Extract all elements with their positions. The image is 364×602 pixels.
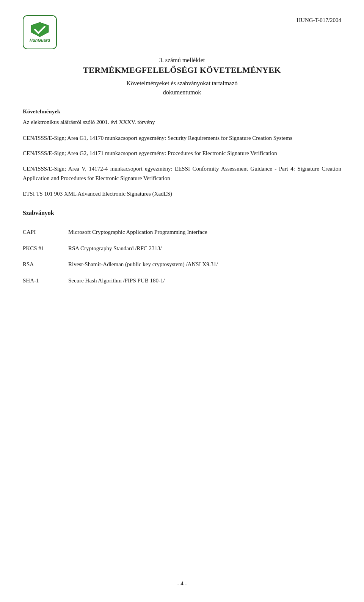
- page-number: - 4 -: [177, 580, 187, 586]
- std-def-capi: Microsoft Cryptographic Application Prog…: [68, 224, 341, 240]
- standards-table: CAPI Microsoft Cryptographic Application…: [23, 224, 341, 288]
- document-id: HUNG-T-017/2004: [297, 15, 341, 24]
- footer-divider: [0, 578, 364, 578]
- title-section: 3. számú melléklet TERMÉKMEGFELELŐSÉGI K…: [23, 57, 341, 97]
- req-paragraph-3: CEN/ISSS/E-Sign; Area V, 14172-4 munkacs…: [23, 164, 341, 183]
- logo-text: HunGuard: [30, 38, 50, 42]
- std-term-pkcs: PKCS #1: [23, 240, 68, 257]
- std-term-sha: SHA-1: [23, 273, 68, 289]
- logo-icon: [30, 22, 49, 37]
- std-term-capi: CAPI: [23, 224, 68, 240]
- table-row: SHA-1 Secure Hash Algorithm /FIPS PUB 18…: [23, 273, 341, 289]
- std-term-rsa: RSA: [23, 256, 68, 273]
- req-paragraph-2: CEN/ISSS/E-Sign; Area G2, 14171 munkacso…: [23, 149, 341, 158]
- table-row: PKCS #1 RSA Cryptography Standard /RFC 2…: [23, 240, 341, 257]
- standards-section: Szabványok CAPI Microsoft Cryptographic …: [23, 210, 341, 288]
- page: HunGuard HUNG-T-017/2004 3. számú mellék…: [0, 0, 364, 602]
- intro-text: Az elektronikus aláírásról szóló 2001. é…: [23, 118, 341, 127]
- table-row: RSA Rivest-Shamir-Adleman (public key cr…: [23, 256, 341, 273]
- title-desc-line1: Követelményeket és szabványokat tartalma…: [23, 79, 341, 88]
- std-def-rsa: Rivest-Shamir-Adleman (public key crypto…: [68, 256, 341, 273]
- footer: - 4 -: [0, 575, 364, 587]
- header: HunGuard HUNG-T-017/2004: [23, 15, 341, 49]
- logo: HunGuard: [23, 15, 57, 49]
- title-main: TERMÉKMEGFELELŐSÉGI KÖVETELMÉNYEK: [23, 65, 341, 75]
- std-def-sha: Secure Hash Algorithm /FIPS PUB 180-1/: [68, 273, 341, 289]
- title-subtitle: 3. számú melléklet: [23, 57, 341, 64]
- title-desc-line2: dokumentumok: [23, 88, 341, 97]
- req-paragraph-1: CEN/ISSS/E-Sign; Area G1, 14170 munkacso…: [23, 133, 341, 143]
- requirements-section: Követelmények Az elektronikus aláírásról…: [23, 108, 341, 198]
- requirements-heading: Követelmények: [23, 108, 341, 115]
- req-paragraph-4: ETSI TS 101 903 XML Advanced Electronic …: [23, 189, 341, 199]
- svg-marker-0: [31, 22, 49, 37]
- table-row: CAPI Microsoft Cryptographic Application…: [23, 224, 341, 240]
- std-def-pkcs: RSA Cryptography Standard /RFC 2313/: [68, 240, 341, 257]
- standards-heading: Szabványok: [23, 210, 341, 216]
